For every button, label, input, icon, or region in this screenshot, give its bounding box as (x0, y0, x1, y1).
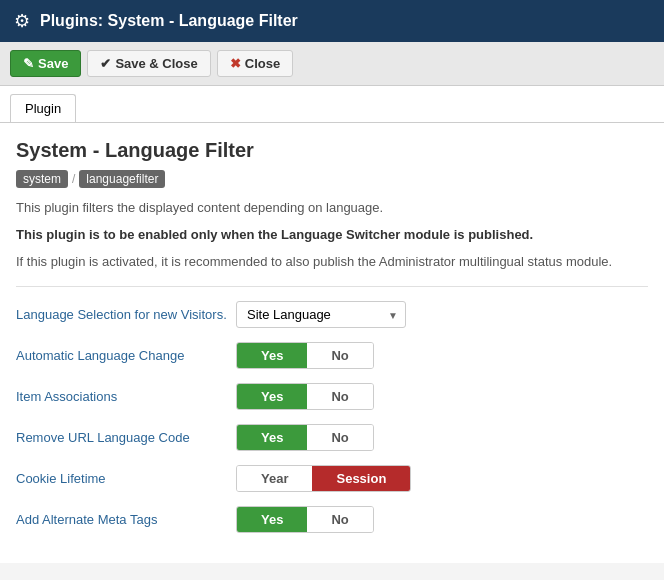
remove-url-language-code-row: Remove URL Language Code Yes No (16, 424, 648, 451)
remove-url-language-code-no[interactable]: No (307, 425, 372, 450)
save-close-button[interactable]: ✔ Save & Close (87, 50, 210, 77)
add-alternate-meta-tags-toggle: Yes No (236, 506, 374, 533)
remove-url-language-code-control: Yes No (236, 424, 648, 451)
plugin-title: System - Language Filter (16, 139, 648, 162)
cookie-lifetime-session[interactable]: Session (312, 466, 410, 491)
add-alternate-meta-tags-label: Add Alternate Meta Tags (16, 512, 236, 527)
language-selection-label: Language Selection for new Visitors. (16, 307, 236, 322)
tag-separator: / (72, 172, 75, 186)
automatic-language-change-row: Automatic Language Change Yes No (16, 342, 648, 369)
divider (16, 286, 648, 287)
add-alternate-meta-tags-yes[interactable]: Yes (237, 507, 307, 532)
language-selection-wrap: Site Language Browser Language ▼ (236, 301, 406, 328)
automatic-language-change-toggle: Yes No (236, 342, 374, 369)
item-associations-toggle: Yes No (236, 383, 374, 410)
item-associations-label: Item Associations (16, 389, 236, 404)
cookie-lifetime-control: Year Session (236, 465, 648, 492)
remove-url-language-code-toggle: Yes No (236, 424, 374, 451)
check-icon: ✔ (100, 56, 111, 71)
item-associations-row: Item Associations Yes No (16, 383, 648, 410)
cookie-lifetime-label: Cookie Lifetime (16, 471, 236, 486)
item-associations-yes[interactable]: Yes (237, 384, 307, 409)
tag-system: system (16, 170, 68, 188)
item-associations-control: Yes No (236, 383, 648, 410)
language-selection-select[interactable]: Site Language Browser Language (236, 301, 406, 328)
save-button[interactable]: ✎ Save (10, 50, 81, 77)
automatic-language-change-no[interactable]: No (307, 343, 372, 368)
automatic-language-change-label: Automatic Language Change (16, 348, 236, 363)
cookie-lifetime-year[interactable]: Year (237, 466, 312, 491)
remove-url-language-code-label: Remove URL Language Code (16, 430, 236, 445)
tags-row: system / languagefilter (16, 170, 648, 188)
add-alternate-meta-tags-control: Yes No (236, 506, 648, 533)
automatic-language-change-yes[interactable]: Yes (237, 343, 307, 368)
cookie-lifetime-toggle: Year Session (236, 465, 411, 492)
cookie-lifetime-row: Cookie Lifetime Year Session (16, 465, 648, 492)
tabs-bar: Plugin (0, 86, 664, 123)
item-associations-no[interactable]: No (307, 384, 372, 409)
close-icon: ✖ (230, 56, 241, 71)
page-title: Plugins: System - Language Filter (40, 12, 298, 30)
add-alternate-meta-tags-no[interactable]: No (307, 507, 372, 532)
language-selection-row: Language Selection for new Visitors. Sit… (16, 301, 648, 328)
toolbar: ✎ Save ✔ Save & Close ✖ Close (0, 42, 664, 86)
language-selection-control: Site Language Browser Language ▼ (236, 301, 648, 328)
tag-languagefilter: languagefilter (79, 170, 165, 188)
close-button[interactable]: ✖ Close (217, 50, 293, 77)
content-area: System - Language Filter system / langua… (0, 123, 664, 563)
plugin-icon: ⚙ (14, 10, 30, 32)
save-icon: ✎ (23, 56, 34, 71)
add-alternate-meta-tags-row: Add Alternate Meta Tags Yes No (16, 506, 648, 533)
title-bar: ⚙ Plugins: System - Language Filter (0, 0, 664, 42)
automatic-language-change-control: Yes No (236, 342, 648, 369)
tab-plugin[interactable]: Plugin (10, 94, 76, 122)
description-2: This plugin is to be enabled only when t… (16, 225, 648, 246)
description-3: If this plugin is activated, it is recom… (16, 252, 648, 273)
description-1: This plugin filters the displayed conten… (16, 198, 648, 219)
remove-url-language-code-yes[interactable]: Yes (237, 425, 307, 450)
